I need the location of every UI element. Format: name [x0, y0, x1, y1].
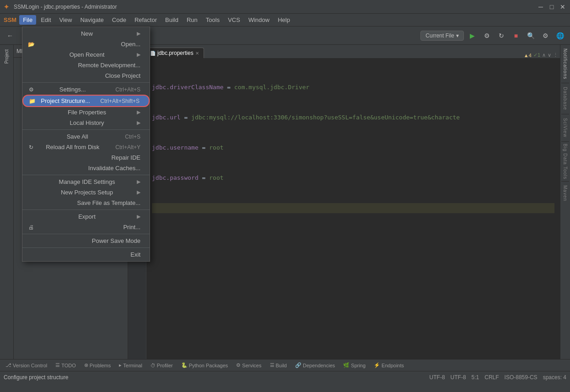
remote-dev-label: Remote Development... — [78, 62, 140, 69]
status-encoding2[interactable]: UTF-8 — [451, 374, 466, 381]
python-packages-label: Python Packages — [189, 363, 228, 368]
bottom-tab-spring[interactable]: 🌿 Spring — [339, 361, 369, 369]
toolbar-update-button[interactable]: 🌐 — [554, 29, 566, 42]
code-line-4: jdbc.password = root — [152, 173, 554, 183]
menu-refactor[interactable]: Refactor — [131, 15, 161, 25]
minimize-button[interactable]: ─ — [537, 3, 544, 11]
file-properties-label: File Properties — [68, 109, 106, 116]
menu-window[interactable]: Window — [245, 15, 273, 25]
database-panel[interactable]: Database — [561, 83, 569, 114]
new-label: New — [81, 30, 93, 37]
menu-item-open[interactable]: 📂 Open... — [22, 39, 150, 49]
menu-help[interactable]: Help — [274, 15, 294, 25]
menu-item-reload[interactable]: ↻ Reload All from Disk Ctrl+Alt+Y — [22, 142, 150, 152]
toolbar-reload-button[interactable]: ↻ — [495, 29, 508, 42]
open-icon: 📂 — [27, 41, 35, 48]
version-control-icon: ⎇ — [5, 362, 11, 368]
status-charset[interactable]: ISO-8859-CS — [505, 374, 538, 381]
menu-item-print[interactable]: 🖨 Print... — [22, 222, 150, 232]
nav-down-icon[interactable]: ∨ — [548, 52, 551, 58]
toolbar-back-button[interactable]: ← — [4, 29, 16, 42]
tab-icon: 📄 — [150, 51, 156, 56]
print-icon: 🖨 — [27, 224, 35, 231]
settings-label: Settings... — [59, 86, 86, 93]
nav-up-icon[interactable]: ∧ — [542, 52, 546, 58]
bottom-tab-build[interactable]: ☰ Build — [266, 361, 290, 369]
menu-item-new-projects[interactable]: New Projects Setup ▶ — [22, 187, 150, 198]
manage-ide-arrow: ▶ — [137, 179, 140, 185]
menu-item-power-save[interactable]: Power Save Mode — [22, 236, 150, 246]
menu-run[interactable]: Run — [183, 15, 201, 25]
new-projects-label: New Projects Setup — [61, 189, 113, 196]
title-bar: ✦ SSMLogin - jdbc.properties - Administr… — [0, 0, 570, 14]
menu-item-export[interactable]: Export ▶ — [22, 211, 150, 222]
menu-item-manage-ide[interactable]: Manage IDE Settings ▶ — [22, 177, 150, 187]
menu-item-save-template[interactable]: Save File as Template... — [22, 198, 150, 208]
app-logo: ✦ — [4, 3, 9, 11]
left-sidebar: Project — [0, 45, 14, 359]
status-right: UTF-8 UTF-8 5:1 CRLF ISO-8859-CS spaces:… — [430, 374, 566, 381]
tab-close-icon[interactable]: ✕ — [195, 51, 199, 56]
sciview-panel[interactable]: SciView — [561, 114, 569, 141]
bottom-tab-endpoints[interactable]: ⚡ Endpoints — [370, 361, 408, 369]
invalidate-label: Invalidate Caches... — [88, 165, 140, 172]
menu-item-file-properties[interactable]: File Properties ▶ — [22, 107, 150, 118]
toolbar-gear-button[interactable]: ⚙ — [539, 29, 552, 42]
code-line-1: jdbc.driverClassName = com.mysql.jdbc.Dr… — [152, 82, 554, 92]
menu-item-exit[interactable]: Exit — [22, 249, 150, 260]
menu-view[interactable]: View — [56, 15, 76, 25]
big-data-panel[interactable]: Big Data Tools — [561, 142, 569, 182]
menu-item-open-recent[interactable]: Open Recent ▶ — [22, 49, 150, 60]
status-position[interactable]: 5:1 — [472, 374, 479, 381]
bottom-tab-python-packages[interactable]: 🐍 Python Packages — [177, 361, 232, 369]
menu-item-invalidate-caches[interactable]: Invalidate Caches... — [22, 163, 150, 173]
settings-icon: ⚙ — [27, 86, 35, 93]
menu-item-settings[interactable]: ⚙ Settings... Ctrl+Alt+S — [22, 84, 150, 95]
menu-code[interactable]: Code — [108, 15, 130, 25]
overflow-menu-icon[interactable]: ⋮ — [553, 52, 558, 58]
editor-tabs: ⚙ ― 📄 jdbc.properties ✕ ▲4 ✓1 ∧ ∨ ⋮ — [128, 45, 560, 59]
status-line-separator[interactable]: CRLF — [484, 374, 499, 381]
dependencies-icon: 🔗 — [295, 362, 301, 368]
warning-count: ▲4 — [524, 53, 532, 58]
menu-item-local-history[interactable]: Local History ▶ — [22, 118, 150, 128]
bottom-tab-profiler[interactable]: ⏱ Profiler — [147, 362, 177, 369]
menu-item-close-project[interactable]: Close Project — [22, 70, 150, 81]
close-button[interactable]: ✕ — [559, 3, 566, 11]
status-encoding[interactable]: UTF-8 — [430, 374, 445, 381]
bottom-tab-problems[interactable]: ⊗ Problems — [81, 361, 114, 369]
bottom-tab-dependencies[interactable]: 🔗 Dependencies — [291, 361, 339, 369]
separator-3 — [22, 175, 150, 175]
bottom-tab-services[interactable]: ⚙ Services — [232, 361, 265, 369]
toolbar-build-button[interactable]: ⚙ — [480, 29, 493, 42]
separator-1 — [22, 82, 150, 83]
menu-item-project-structure[interactable]: 📁 Project Structure... Ctrl+Alt+Shift+S — [22, 95, 150, 107]
editor-tab-jdbc[interactable]: 📄 jdbc.properties ✕ — [145, 48, 204, 58]
title-bar-controls: ─ □ ✕ — [537, 3, 566, 11]
menu-tools[interactable]: Tools — [202, 15, 223, 25]
bottom-tab-version-control[interactable]: ⎇ Version Control — [2, 361, 51, 369]
save-template-label: Save File as Template... — [77, 199, 141, 206]
menu-item-repair-ide[interactable]: Repair IDE — [22, 152, 150, 163]
local-history-arrow: ▶ — [137, 120, 140, 126]
current-file-button[interactable]: Current File ▾ — [420, 31, 464, 41]
menu-file[interactable]: File — [19, 15, 36, 25]
bottom-tab-terminal[interactable]: ▸ Terminal — [115, 361, 146, 369]
maven-panel[interactable]: Maven — [561, 182, 569, 205]
code-line-5 — [152, 203, 554, 213]
notifications-panel[interactable]: Notifications — [561, 45, 569, 83]
menu-build[interactable]: Build — [161, 15, 182, 25]
menu-navigate[interactable]: Navigate — [76, 15, 107, 25]
maximize-button[interactable]: □ — [548, 3, 555, 11]
project-icon[interactable]: Project — [2, 47, 12, 66]
toolbar-stop-button[interactable]: ■ — [510, 29, 522, 42]
menu-item-remote-dev[interactable]: Remote Development... — [22, 60, 150, 70]
run-button[interactable]: ▶ — [466, 29, 479, 42]
menu-item-save-all[interactable]: Save All Ctrl+S — [22, 131, 150, 142]
menu-edit[interactable]: Edit — [37, 15, 54, 25]
menu-vcs[interactable]: VCS — [224, 15, 244, 25]
toolbar-search-button[interactable]: 🔍 — [524, 29, 537, 42]
bottom-tab-todo[interactable]: ☰ TODO — [52, 361, 80, 369]
menu-item-new[interactable]: New ▶ — [22, 28, 150, 39]
code-editor[interactable]: jdbc.driverClassName = com.mysql.jdbc.Dr… — [146, 59, 560, 359]
